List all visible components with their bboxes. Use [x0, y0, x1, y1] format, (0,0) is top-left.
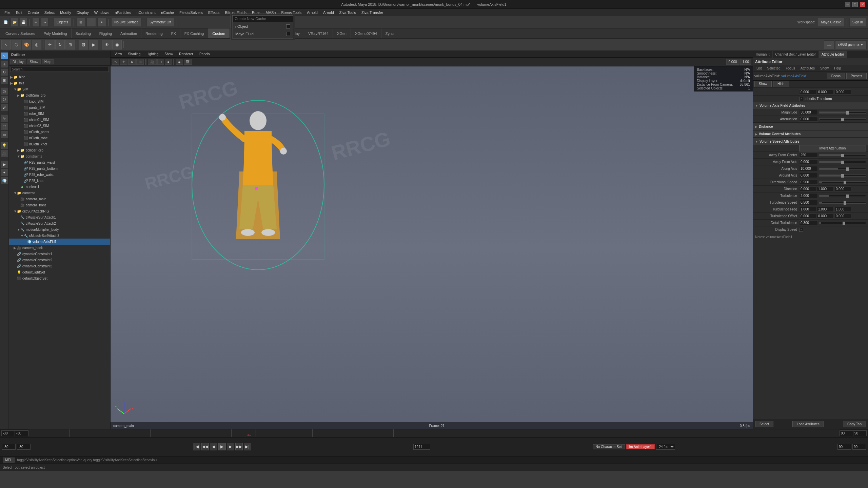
- tree-item-p25-robe-waist[interactable]: 🔗P25_robe_waist: [9, 171, 110, 178]
- shelf-icon-sculpt[interactable]: ◎: [32, 40, 41, 49]
- direction-x-input[interactable]: [799, 186, 816, 191]
- select-btn[interactable]: Select: [755, 421, 773, 427]
- open-btn[interactable]: 📂: [11, 18, 18, 27]
- tree-item-camera-front[interactable]: 🎥camera_front: [9, 202, 110, 208]
- outliner-display-menu[interactable]: Display: [10, 59, 26, 64]
- menu-file[interactable]: File: [2, 10, 13, 15]
- direction-z-input[interactable]: [834, 186, 851, 191]
- scale-tool-btn[interactable]: ⊞: [1, 77, 8, 84]
- lasso-btn[interactable]: ⬡: [1, 96, 8, 103]
- shelf-icon-ipr[interactable]: ▶: [89, 40, 98, 49]
- shelf-tab-rigging[interactable]: Rigging: [95, 28, 116, 38]
- step-fwd-btn[interactable]: ▶▶: [235, 443, 243, 450]
- frame-range-end[interactable]: [837, 444, 851, 450]
- menu-effects[interactable]: Effects: [206, 10, 222, 15]
- frame-range-start2[interactable]: [17, 444, 31, 450]
- viewport-type-btn[interactable]: □□: [824, 40, 834, 49]
- timeline-start-input[interactable]: [1, 430, 15, 436]
- menu-modify[interactable]: Modify: [58, 10, 73, 15]
- shelf-tab-fx[interactable]: FX: [167, 28, 180, 38]
- frame-range-start[interactable]: [2, 444, 16, 450]
- right-tab-channel[interactable]: Channel Box / Layer Editor: [773, 51, 819, 58]
- tree-item-p25-waist[interactable]: 🔗P25_pants_waist: [9, 159, 110, 165]
- maximize-btn[interactable]: □: [852, 2, 858, 7]
- shelf-tab-custom[interactable]: Custom: [208, 28, 230, 38]
- away-center-input[interactable]: [799, 152, 818, 158]
- shelf-tab-animation[interactable]: Animation: [116, 28, 141, 38]
- close-btn[interactable]: ✕: [860, 2, 865, 7]
- tree-item-defaultObjSet[interactable]: ⬛defaultObjectSet: [9, 275, 110, 281]
- menu-edit[interactable]: Edit: [14, 10, 25, 15]
- vp-select-btn[interactable]: ↖: [112, 59, 119, 65]
- attr-subtab-focus[interactable]: Focus: [784, 66, 797, 71]
- mel-btn[interactable]: MEL: [3, 458, 15, 463]
- section-volume-axis-header[interactable]: ▼ Volume Axis Field Attributes: [753, 102, 868, 109]
- turb-offset-x-input[interactable]: [799, 214, 816, 219]
- section-volume-speed-header[interactable]: ▼ Volume Speed Attributes: [753, 138, 868, 145]
- shelf-icon-paint[interactable]: 🎨: [22, 40, 31, 49]
- shelf-icon-select[interactable]: ↖: [1, 40, 11, 49]
- along-axis-slider[interactable]: [819, 168, 866, 170]
- tree-item-volumeAxis[interactable]: 💨volumeAxisFld1: [9, 239, 110, 245]
- attr-subtab-list[interactable]: List: [754, 66, 764, 71]
- no-live-surface-btn[interactable]: No Live Surface: [111, 18, 141, 27]
- turb-offset-y-input[interactable]: [817, 214, 834, 219]
- magnitude-input[interactable]: [799, 110, 818, 115]
- vp-smooth-btn[interactable]: ●: [165, 59, 172, 65]
- turb-offset-z-input[interactable]: [834, 214, 851, 219]
- tree-item-pants[interactable]: ⬛pants_SIM: [9, 104, 110, 110]
- menu-create[interactable]: Create: [25, 10, 41, 15]
- menu-ziva-transfer[interactable]: Ziva Transfer: [359, 10, 386, 15]
- inherits-checkbox[interactable]: ✓: [799, 97, 803, 101]
- new-scene-btn[interactable]: 📄: [2, 18, 9, 27]
- vp-menu-lighting[interactable]: Lighting: [144, 52, 161, 57]
- vp-menu-show[interactable]: Show: [162, 52, 176, 57]
- dynamics-btn[interactable]: 💨: [1, 177, 8, 184]
- mayafluid-checkbox[interactable]: [286, 32, 290, 36]
- cache-name-input[interactable]: [232, 15, 293, 22]
- load-attributes-btn[interactable]: Load Attributes: [792, 421, 824, 427]
- magnitude-slider[interactable]: [819, 111, 866, 114]
- objects-btn[interactable]: Objects: [54, 18, 71, 27]
- workspace-select[interactable]: Maya Classic: [818, 18, 844, 27]
- fps-select[interactable]: 24 fps 30 fps 60 fps: [656, 444, 675, 450]
- menu-ncache[interactable]: nCache: [159, 10, 176, 15]
- directional-speed-slider[interactable]: [819, 181, 866, 183]
- go-to-end-btn[interactable]: ▶|: [244, 443, 251, 450]
- fx-btn[interactable]: ✦: [1, 169, 8, 176]
- symmetry-btn[interactable]: Symmetry: Off: [146, 18, 174, 27]
- transform-z-input[interactable]: [834, 89, 851, 95]
- attr-subtab-attributes[interactable]: Attributes: [798, 66, 817, 71]
- tree-item-cameras[interactable]: ▼ 📁cameras: [9, 190, 110, 196]
- turb-freq-x-input[interactable]: [799, 207, 816, 212]
- menu-windows[interactable]: Windows: [92, 10, 112, 15]
- outliner-search-input[interactable]: [10, 67, 109, 72]
- shelf-icon-scale[interactable]: ⊞: [65, 40, 75, 49]
- away-axis-slider[interactable]: [819, 161, 866, 163]
- tree-item-ncloth-pants[interactable]: ⬛nCloth_pants: [9, 129, 110, 135]
- outliner-help-menu[interactable]: Help: [42, 59, 54, 64]
- tree-item-camera-main[interactable]: 🎥camera_main: [9, 196, 110, 202]
- menu-arnold[interactable]: Arnold: [304, 10, 320, 15]
- shelf-tab-fxcaching[interactable]: FX Caching: [180, 28, 208, 38]
- timeline-range-start[interactable]: [15, 430, 28, 436]
- show-btn[interactable]: Show: [754, 81, 772, 87]
- polygon-btn[interactable]: ▭: [1, 131, 8, 138]
- shelf-icon-lasso[interactable]: ⬡: [12, 40, 21, 49]
- cache-mayafluid-item[interactable]: Maya Fluid: [233, 30, 293, 38]
- tree-item-robe[interactable]: ⬛robe_SIM: [9, 110, 110, 117]
- attr-subtab-selected[interactable]: Selected: [765, 66, 783, 71]
- focus-btn[interactable]: Focus: [827, 73, 845, 79]
- frame-range-end2[interactable]: [852, 444, 866, 450]
- turb-speed-slider[interactable]: [819, 202, 866, 204]
- vp-xray-btn[interactable]: ◈: [176, 59, 183, 65]
- select-tool-btn[interactable]: ↖: [1, 52, 8, 60]
- vp-gamma-btn[interactable]: 1.00: [740, 59, 751, 65]
- vp-scale-btn[interactable]: ⊞: [136, 59, 144, 65]
- along-axis-input[interactable]: [799, 166, 818, 171]
- undo-btn[interactable]: ↩: [32, 18, 40, 27]
- turb-freq-y-input[interactable]: [817, 207, 834, 212]
- vp-menu-renderer[interactable]: Renderer: [176, 52, 196, 57]
- play-forward2-btn[interactable]: ▶: [227, 443, 234, 450]
- outliner-show-menu[interactable]: Show: [27, 59, 41, 64]
